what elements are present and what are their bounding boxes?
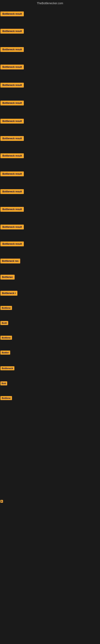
bottleneck-badge[interactable]: Bottleneck result xyxy=(0,207,24,212)
bottleneck-badge[interactable]: Bott xyxy=(0,381,7,386)
page-container: TheBottlenecker.com Bottleneck result Bo… xyxy=(0,0,100,644)
list-item: Bottleneck result xyxy=(0,12,24,16)
bottleneck-badge[interactable]: Bottleneck result xyxy=(0,29,24,34)
list-item: Bottleneck result xyxy=(0,47,24,52)
list-item: Bottleneck result xyxy=(0,83,24,88)
list-item: Bottleneck result xyxy=(0,64,24,70)
list-item: Bottlene xyxy=(0,396,12,400)
list-item: Bottleneck result xyxy=(0,100,24,106)
bottleneck-badge[interactable]: Bottleneck result xyxy=(0,64,24,70)
list-item: Bottleneck result xyxy=(0,153,24,158)
bottleneck-badge[interactable]: B xyxy=(0,500,3,503)
bottleneck-badge[interactable]: Bottleneck res xyxy=(0,258,20,264)
bottleneck-badge[interactable]: Bottlene xyxy=(0,336,12,340)
bottleneck-badge[interactable]: Bottleneck result xyxy=(0,224,24,230)
bottleneck-badge[interactable]: Bottleneck r xyxy=(0,291,17,296)
bottleneck-badge[interactable]: Bottlenec xyxy=(0,275,15,280)
list-item: Bottleneck xyxy=(0,366,14,370)
bottleneck-badge[interactable]: Bottl xyxy=(0,321,8,325)
site-title: TheBottlenecker.com xyxy=(0,0,100,6)
bottleneck-badge[interactable]: Bottlene xyxy=(0,306,12,310)
list-item: B xyxy=(0,499,3,503)
bottleneck-badge[interactable]: Bottleneck result xyxy=(0,136,24,141)
list-item: Bottleneck result xyxy=(0,136,24,141)
bottleneck-badge[interactable]: Bottler xyxy=(0,350,10,354)
list-item: Bottlene xyxy=(0,336,12,340)
list-item: Bott xyxy=(0,381,7,386)
bottleneck-badge[interactable]: Bottleneck result xyxy=(0,47,24,52)
bottleneck-badge[interactable]: Bottlene xyxy=(0,396,12,400)
list-item: Bottleneck result xyxy=(0,224,24,230)
list-item: Bottl xyxy=(0,321,8,325)
bottleneck-badge[interactable]: Bottleneck result xyxy=(0,119,24,124)
list-item: Bottleneck result xyxy=(0,207,24,212)
bottleneck-badge[interactable]: Bottleneck result xyxy=(0,83,24,88)
list-item: Bottlenec xyxy=(0,275,15,280)
bottleneck-badge[interactable]: Bottleneck xyxy=(0,366,14,370)
bottleneck-badge[interactable]: Bottleneck result xyxy=(0,242,24,246)
list-item: Bottleneck result xyxy=(0,29,24,34)
bottleneck-badge[interactable]: Bottleneck result xyxy=(0,153,24,158)
bottleneck-badge[interactable]: Bottleneck result xyxy=(0,189,24,194)
bottleneck-badge[interactable]: Bottleneck result xyxy=(0,12,24,16)
list-item: Bottleneck result xyxy=(0,189,24,194)
list-item: Bottleneck res xyxy=(0,258,20,264)
list-item: Bottleneck result xyxy=(0,242,24,246)
list-item: Bottlene xyxy=(0,306,12,310)
list-item: Bottleneck result xyxy=(0,172,24,176)
list-item: Bottleneck result xyxy=(0,119,24,124)
list-item: Bottleneck r xyxy=(0,291,17,296)
list-item: Bottler xyxy=(0,350,10,354)
bottleneck-badge[interactable]: Bottleneck result xyxy=(0,172,24,176)
bottleneck-badge[interactable]: Bottleneck result xyxy=(0,100,24,106)
